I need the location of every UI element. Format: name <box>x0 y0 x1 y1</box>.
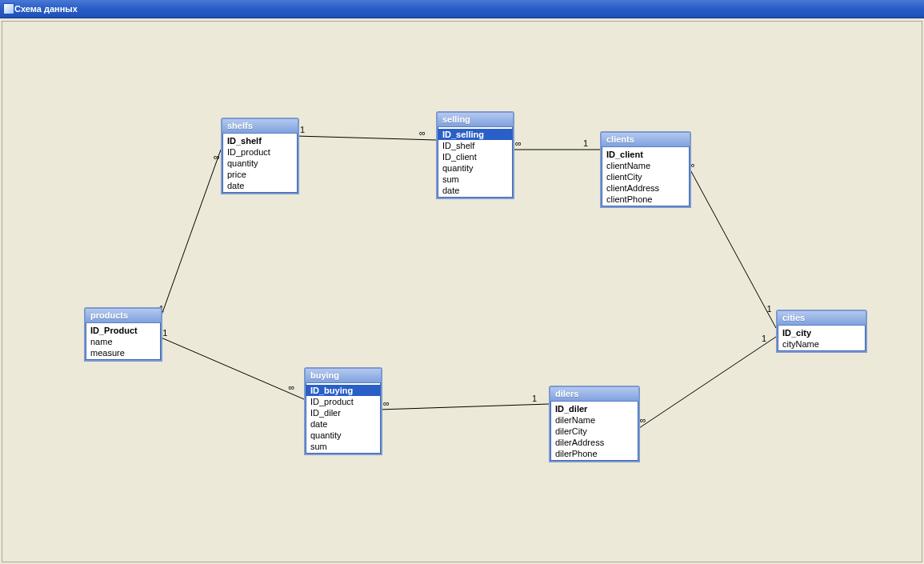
data-schema-window: Схема данных 1∞1∞1∞∞1∞1∞1∞1productsID_Pr… <box>0 0 924 564</box>
field-list: ID_shelfID_productquantitypricedate <box>222 134 298 193</box>
cardinality-label: ∞ <box>640 415 646 425</box>
title-bar[interactable]: Схема данных <box>0 0 924 18</box>
relationship-lines <box>2 22 922 564</box>
field-sum[interactable]: sum <box>438 174 513 185</box>
field-ID_selling[interactable]: ID_selling <box>438 129 513 140</box>
table-cities[interactable]: citiesID_citycityName <box>776 310 867 353</box>
table-header[interactable]: products <box>86 309 161 323</box>
table-header[interactable]: buying <box>306 369 381 383</box>
field-ID_diler[interactable]: ID_diler <box>306 407 381 418</box>
field-sum[interactable]: sum <box>306 441 381 452</box>
diagram-canvas[interactable]: 1∞1∞1∞∞1∞1∞1∞1productsID_Productnamemeas… <box>2 21 922 562</box>
svg-line-0 <box>159 150 221 322</box>
field-dilerAddress[interactable]: dilerAddress <box>550 437 638 448</box>
field-ID_product[interactable]: ID_product <box>306 396 381 407</box>
table-selling[interactable]: sellingID_sellingID_shelfID_clientquanti… <box>436 111 514 199</box>
cardinality-label: ∞ <box>515 138 522 148</box>
table-dilers[interactable]: dilersID_dilerdilerNamedilerCitydilerAdd… <box>549 386 640 462</box>
field-list: ID_dilerdilerNamedilerCitydilerAddressdi… <box>550 402 638 461</box>
field-ID_client[interactable]: ID_client <box>438 151 513 162</box>
table-header[interactable]: selling <box>438 113 513 127</box>
field-ID_shelf[interactable]: ID_shelf <box>222 135 298 146</box>
table-header[interactable]: clients <box>602 133 690 147</box>
field-clientName[interactable]: clientName <box>602 160 690 171</box>
field-dilerCity[interactable]: dilerCity <box>550 426 638 437</box>
cardinality-label: 1 <box>762 334 766 343</box>
field-list: ID_clientclientNameclientCityclientAddre… <box>602 147 690 206</box>
svg-line-6 <box>637 337 776 430</box>
cardinality-label: ∞ <box>419 128 426 138</box>
cardinality-label: 1 <box>766 304 771 314</box>
cardinality-label: 1 <box>162 328 167 338</box>
field-measure[interactable]: measure <box>86 347 161 358</box>
cardinality-label: 1 <box>300 125 305 134</box>
field-dilerName[interactable]: dilerName <box>550 414 638 426</box>
field-date[interactable]: date <box>306 418 381 430</box>
field-date[interactable]: date <box>222 180 298 191</box>
cardinality-label: 1 <box>532 394 537 403</box>
field-ID_city[interactable]: ID_city <box>778 327 866 338</box>
field-list: ID_citycityName <box>778 326 866 351</box>
field-list: ID_buyingID_productID_dilerdatequantitys… <box>306 383 381 454</box>
field-price[interactable]: price <box>222 169 298 180</box>
svg-line-5 <box>688 166 776 328</box>
field-ID_buying[interactable]: ID_buying <box>306 385 381 396</box>
cardinality-label: ∞ <box>383 398 390 408</box>
field-ID_Product[interactable]: ID_Product <box>86 325 161 336</box>
field-dilerPhone[interactable]: dilerPhone <box>550 448 638 459</box>
table-clients[interactable]: clientsID_clientclientNameclientCityclie… <box>600 131 691 208</box>
cardinality-label: ∞ <box>288 382 294 392</box>
field-ID_diler[interactable]: ID_diler <box>550 403 638 414</box>
field-cityName[interactable]: cityName <box>778 338 866 350</box>
field-clientPhone[interactable]: clientPhone <box>602 194 690 205</box>
app-icon <box>3 3 14 14</box>
field-name[interactable]: name <box>86 336 161 347</box>
table-header[interactable]: cities <box>778 311 866 326</box>
cardinality-label: ∞ <box>214 152 220 162</box>
field-ID_shelf[interactable]: ID_shelf <box>438 140 513 151</box>
field-clientCity[interactable]: clientCity <box>602 171 690 182</box>
field-list: ID_Productnamemeasure <box>86 323 161 360</box>
field-quantity[interactable]: quantity <box>222 158 298 169</box>
field-date[interactable]: date <box>438 185 513 196</box>
field-list: ID_sellingID_shelfID_clientquantitysumda… <box>438 127 513 198</box>
table-header[interactable]: dilers <box>550 387 638 402</box>
field-ID_product[interactable]: ID_product <box>222 146 298 158</box>
field-clientAddress[interactable]: clientAddress <box>602 182 690 194</box>
table-header[interactable]: shelfs <box>222 119 298 134</box>
table-products[interactable]: productsID_Productnamemeasure <box>84 307 162 362</box>
svg-line-2 <box>296 136 436 140</box>
field-ID_client[interactable]: ID_client <box>602 149 690 160</box>
svg-line-4 <box>379 404 549 410</box>
cardinality-label: 1 <box>583 138 588 148</box>
table-shelfs[interactable]: shelfsID_shelfID_productquantitypricedat… <box>221 118 299 194</box>
svg-line-1 <box>159 337 304 399</box>
field-quantity[interactable]: quantity <box>306 430 381 441</box>
window-title: Схема данных <box>14 4 78 14</box>
table-buying[interactable]: buyingID_buyingID_productID_dilerdatequa… <box>304 367 382 455</box>
field-quantity[interactable]: quantity <box>438 162 513 174</box>
